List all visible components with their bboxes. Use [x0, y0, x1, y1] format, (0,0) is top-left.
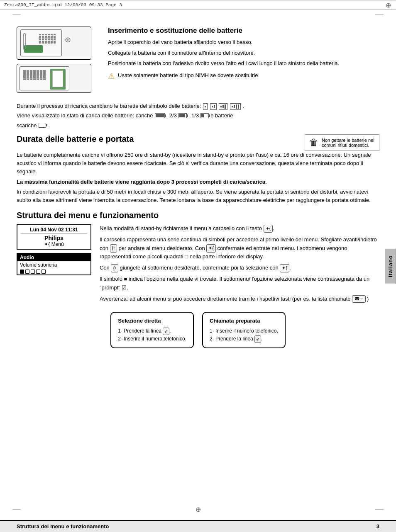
struttura-title: Struttura dei menu e funzionamento [17, 211, 379, 220]
durata-para2: La massima funzionalità delle batterie v… [17, 178, 379, 186]
struttura-para4: Il simbolo ■ indica l'opzione nella qual… [100, 275, 379, 292]
dot-2 [25, 270, 29, 274]
durata-title: Durata delle batterie e portata [17, 134, 134, 144]
insertion-text: Inserimento e sostituzione delle batteri… [108, 27, 379, 81]
chiamata-preparata-box: Chiamata preparata 1- Inserire il numero… [202, 312, 286, 348]
list-icon: ☎··· [352, 295, 365, 303]
nav-key-3: ✦{ [206, 244, 216, 253]
submenu-audio-label: Audio [17, 254, 90, 261]
recycle-icon: 🗑 [309, 137, 318, 148]
selezione-step2: 2- Inserire il numero telefonico. [118, 335, 186, 343]
battery-image-top: ⊕ [17, 27, 91, 60]
chiamata-title: Chiamata preparata [210, 317, 278, 326]
durata-para1: Le batterie completamente cariche vi off… [17, 151, 379, 176]
screen-date-time: Lun 04 Nov 02 11:31 [21, 227, 87, 234]
bat-empty-icon [39, 123, 46, 128]
recycle-text: Non gettare le batterie nei comuni rifiu… [322, 138, 375, 148]
bottom-crosshair-icon [194, 505, 202, 513]
selezione-title: Selezione diretta [118, 317, 186, 326]
charge-icon-2 [210, 103, 217, 110]
struttura-content: Lun 04 Nov 02 11:31 Philips ✦{ Menù Audi… [17, 224, 379, 306]
charge-icon-3 [219, 103, 227, 110]
bat-onethird-icon [200, 113, 209, 118]
dot-3 [31, 270, 35, 274]
page-footer: Struttura dei menu e funzionamento 3 [0, 520, 396, 532]
struttura-para5: Avvertenza: ad alcuni menu si può accede… [100, 295, 379, 304]
battery-status-section: Durante il processo di ricarica cambiano… [17, 101, 379, 130]
nav-key-2: {‹ [110, 244, 117, 253]
phone-screen: Lun 04 Nov 02 11:31 Philips ✦{ Menù [17, 224, 91, 250]
struttura-para2: Il carosello rappresenta una serie conti… [100, 236, 379, 261]
status-line: Viene visualizzato lo stato di carica de… [17, 111, 379, 120]
phone-key-1: ↙ [163, 328, 169, 335]
struttura-para3: Con {‹ giungete al sottomenu desiderato,… [100, 264, 379, 272]
screen-brand: Philips [21, 235, 87, 241]
selezione-diretta-box: Selezione diretta 1- Prendere la linea ↙… [110, 312, 194, 348]
charge-icon-1 [203, 103, 208, 110]
durata-section: Durata delle batterie e portata 🗑 Non ge… [17, 134, 379, 204]
nav-key-1: ✦{ [264, 225, 273, 233]
chiamata-step1: 1- Inserire il numero telefonico, [210, 327, 278, 335]
footer-text: Struttura dei menu e funzionamento [17, 523, 109, 530]
warning-icon: ⚠ [108, 72, 115, 81]
submenu-volume-label: Volume suoneria [17, 261, 90, 269]
struttura-section: Struttura dei menu e funzionamento Lun 0… [17, 211, 379, 348]
phone-submenu: Audio Volume suoneria [17, 253, 91, 275]
battery-section: ⊕ Inserim [17, 27, 379, 93]
crosshair-icon [384, 1, 392, 9]
chiamata-step2: 2- Prendere la linea ↙. [210, 335, 278, 343]
dot-4 [36, 270, 40, 274]
battery-image-bottom [17, 64, 91, 93]
recycle-box: 🗑 Non gettare le batterie nei comuni rif… [305, 134, 379, 151]
nav-key-4: {‹ [111, 264, 118, 272]
empty-battery-line: scariche . [17, 121, 379, 130]
side-tab-label: Italiano [387, 255, 394, 277]
charge-icon-4 [230, 103, 241, 110]
footer-page: 3 [376, 523, 379, 530]
durata-para3: In condizioni favorevoli la portata é di… [17, 188, 379, 204]
phone-display: Lun 04 Nov 02 11:31 Philips ✦{ Menù Audi… [17, 224, 91, 277]
bat-full-icon [155, 113, 165, 118]
main-content: ⊕ Inserim [0, 18, 396, 363]
screen-menu: ✦{ Menù [21, 241, 87, 247]
struttura-text: Nella modalità di stand-by richiamate il… [100, 224, 379, 306]
header-bar: Zenia300_IT_addhs.qxd 12/08/03 09:33 Pag… [0, 0, 396, 10]
charging-line: Durante il processo di ricarica cambiano… [17, 101, 379, 111]
nav-key-5: ✦{ [280, 264, 289, 272]
insertion-title: Inserimento e sostituzione delle batteri… [108, 27, 379, 35]
insertion-para1: Aprite il coperchio del vano batteria sf… [108, 38, 379, 46]
header-title: Zenia300_IT_addhs.qxd 12/08/03 09:33 Pag… [4, 2, 122, 7]
call-boxes: Selezione diretta 1- Prendere la linea ↙… [17, 312, 379, 348]
warning-box: ⚠ Usate solamente batterie di tipo NiMH … [108, 72, 379, 81]
battery-images: ⊕ [17, 27, 100, 93]
selezione-step1: 1- Prendere la linea ↙. [118, 327, 186, 335]
insertion-para3: Posizionate la batteria con l'adesivo ri… [108, 59, 379, 68]
bat-twothird-icon [178, 113, 187, 118]
dot-5 [42, 270, 46, 274]
side-tab: Italiano [385, 249, 396, 284]
phone-key-2: ↙ [254, 335, 261, 343]
submenu-dots [17, 269, 90, 275]
struttura-para1: Nella modalità di stand-by richiamate il… [100, 224, 379, 233]
insertion-para2: Collegate la batteria con il connettore … [108, 49, 379, 57]
dot-1 [20, 270, 24, 274]
warning-text: Usate solamente batterie di tipo NiMH se… [118, 72, 259, 79]
